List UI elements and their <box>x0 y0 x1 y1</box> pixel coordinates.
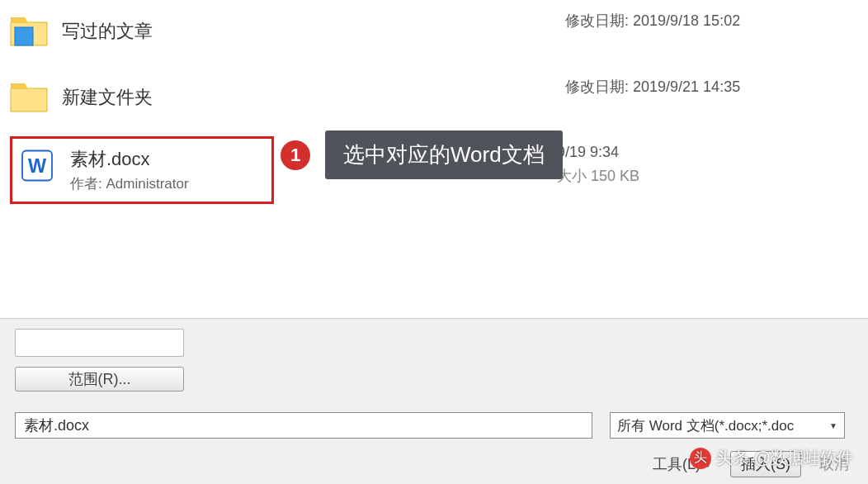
svg-rect-0 <box>15 27 33 45</box>
file-row-selected[interactable]: W 素材.docx 作者: Administrator <box>10 136 274 204</box>
watermark-logo-icon: 头 <box>690 448 711 469</box>
filetype-select[interactable]: 所有 Word 文档(*.docx;*.doc ▼ <box>610 412 845 439</box>
file-name: 素材.docx <box>70 147 189 172</box>
filename-value: 素材.docx <box>24 415 89 435</box>
file-author: 作者: Administrator <box>70 174 189 193</box>
word-doc-icon: W <box>17 147 58 184</box>
file-selected-meta: 9/19 9:34 大小 150 KB <box>557 140 639 188</box>
callout-badge-1: 1 <box>281 140 310 170</box>
file-row-1[interactable]: 写过的文章 修改日期: 2019/9/18 15:02 <box>8 0 860 66</box>
callout-1: 1 选中对应的Word文档 <box>281 130 563 179</box>
chevron-down-icon: ▼ <box>829 421 837 430</box>
watermark: 头 头条 @数据蛙软件 <box>690 447 853 469</box>
folder-icon <box>8 78 50 116</box>
range-button[interactable]: 范围(R)... <box>15 367 184 391</box>
folder-icon <box>8 12 50 50</box>
file-row-2[interactable]: 新建文件夹 修改日期: 2019/9/21 14:35 <box>8 66 860 132</box>
file-meta: 修改日期: 2019/9/18 15:02 <box>565 10 740 32</box>
svg-text:W: W <box>28 155 47 177</box>
range-input-box[interactable] <box>15 329 184 357</box>
filetype-value: 所有 Word 文档(*.docx;*.doc <box>617 416 794 435</box>
filename-input[interactable]: 素材.docx <box>15 412 592 439</box>
callout-text-1: 选中对应的Word文档 <box>325 130 563 179</box>
file-meta: 修改日期: 2019/9/21 14:35 <box>565 76 740 98</box>
